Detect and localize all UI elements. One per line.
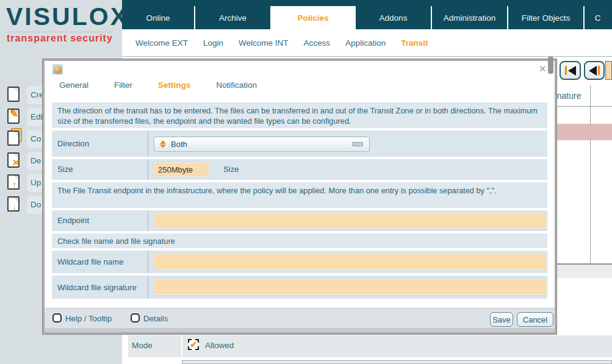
subtab-login[interactable]: Login <box>203 38 223 48</box>
subtab-application[interactable]: Application <box>345 38 386 48</box>
fingerprint-icon <box>54 66 62 73</box>
tab-partial[interactable]: C <box>585 6 611 29</box>
brand-tagline: transparent security <box>7 33 113 44</box>
size-suffix-label: Size <box>223 165 239 174</box>
row-divider <box>148 159 148 180</box>
primary-nav: Online Archive Policies Addons Administr… <box>122 0 612 29</box>
wildcard-signature-label: Wildcard file signature <box>57 283 137 292</box>
subtab-welcome-int[interactable]: Welcome INT <box>239 38 289 48</box>
sidebar-item-label: Cre <box>31 90 44 99</box>
row-divider <box>148 210 148 231</box>
tab-policies[interactable]: Policies <box>272 6 355 29</box>
direction-label: Direction <box>57 139 89 148</box>
diamond-up-icon <box>160 140 166 144</box>
upload-arrow-icon: ↑ <box>12 180 17 189</box>
cancel-button[interactable]: Cancel <box>517 312 553 327</box>
tab-online[interactable]: Online <box>122 6 194 29</box>
sidebar-item-label: Edi <box>31 112 43 121</box>
delete-x-icon: ✕ <box>12 158 20 167</box>
dropdown-handle-icon[interactable] <box>352 142 363 146</box>
sidebar-item-label: Do <box>31 200 41 209</box>
tab-administration-label: Administration <box>444 13 496 23</box>
previous-page-icon <box>589 66 597 76</box>
sidebar-item-label: De <box>31 156 41 165</box>
sort-diamond-icon <box>160 140 166 148</box>
tab-archive[interactable]: Archive <box>195 6 270 29</box>
tab-filter-objects[interactable]: Filter Objects <box>508 6 583 29</box>
table-header-signature: gnature <box>552 91 581 101</box>
new-document-icon <box>7 87 20 102</box>
dialog-tab-notification[interactable]: Notification <box>216 80 257 90</box>
first-page-icon <box>568 66 576 76</box>
copy-document-icon <box>7 130 20 146</box>
download-arrow-icon: ↓ <box>12 202 17 211</box>
direction-row: Direction Both <box>52 130 547 157</box>
wildcard-name-input[interactable] <box>154 254 547 270</box>
tab-archive-label: Archive <box>219 13 247 23</box>
size-input[interactable] <box>154 162 209 177</box>
help-tooltip-checkbox[interactable] <box>52 313 62 323</box>
subtab-transit[interactable]: Transit <box>401 38 428 48</box>
first-page-icon <box>565 66 567 75</box>
dialog-tabs: General Filter Settings Notification <box>59 80 257 90</box>
row-divider <box>148 130 148 157</box>
wildcard-name-row: Wildcard file name <box>52 251 547 273</box>
transit-policy-dialog: ✕ General Filter Settings Notification T… <box>43 59 556 334</box>
endpoint-intro-text: The File Transit endpoint in the infrast… <box>52 182 547 208</box>
mode-label: Mode <box>132 341 153 350</box>
endpoint-input[interactable] <box>154 213 547 229</box>
screen: VISULOX transparent security Online Arch… <box>0 0 612 364</box>
direction-intro-paragraph: The direction of the transit has to be e… <box>52 102 547 129</box>
first-page-button[interactable] <box>560 61 581 80</box>
tab-administration[interactable]: Administration <box>432 6 507 29</box>
table-column-border <box>590 85 591 263</box>
diamond-down-icon <box>160 145 166 148</box>
sidebar-item-label: Co <box>31 134 41 143</box>
row-divider <box>148 276 148 299</box>
tab-policies-label: Policies <box>297 13 328 23</box>
tab-addons-label: Addons <box>380 13 408 23</box>
page-number-field-partial[interactable] <box>605 61 612 80</box>
endpoint-label: Endpoint <box>57 216 89 225</box>
dialog-tab-general[interactable]: General <box>59 80 88 90</box>
row-divider <box>148 251 148 273</box>
previous-page-button[interactable] <box>584 61 605 80</box>
sidebar-item-label: Up <box>31 178 41 187</box>
wildcard-signature-input[interactable] <box>154 279 547 295</box>
endpoint-row: Endpoint <box>52 210 547 231</box>
wildcard-signature-row: Wildcard file signature <box>52 276 547 299</box>
check-heading-row: Check file name and file signature <box>52 234 547 248</box>
mode-checkbox[interactable]: ✔ <box>188 339 199 350</box>
scrollbar-thumb[interactable] <box>548 57 553 74</box>
size-row: Size Size <box>52 159 547 180</box>
direction-intro-text: The direction of the transit has to be e… <box>52 102 547 128</box>
save-button[interactable]: Save <box>490 312 513 327</box>
size-label: Size <box>57 165 73 174</box>
direction-dropdown[interactable]: Both <box>154 137 370 152</box>
endpoint-intro-paragraph: The File Transit endpoint in the infrast… <box>52 182 547 199</box>
tab-filter-objects-label: Filter Objects <box>522 13 571 23</box>
subtab-welcome-ext[interactable]: Welcome EXT <box>135 38 188 48</box>
pencil-icon: ✎ <box>10 109 18 118</box>
mode-row <box>128 335 612 357</box>
check-heading-text: Check file name and file signature <box>52 234 547 249</box>
tab-online-label: Online <box>146 13 170 23</box>
help-tooltip-label: Help / Tooltip <box>65 314 112 323</box>
mode-value: Allowed <box>205 341 234 350</box>
previous-page-icon <box>598 66 600 75</box>
details-label: Details <box>143 314 168 323</box>
details-checkbox[interactable] <box>131 313 140 323</box>
secondary-nav: Welcome EXT Login Welcome INT Access App… <box>122 29 612 57</box>
tab-partial-label: C <box>595 13 601 23</box>
close-icon[interactable]: ✕ <box>539 63 547 74</box>
dialog-footer: Help / Tooltip Details Save Cancel <box>45 308 555 329</box>
dialog-tab-settings[interactable]: Settings <box>158 80 190 90</box>
wildcard-name-label: Wildcard file name <box>57 257 123 266</box>
mode-row-divider <box>181 335 182 357</box>
dialog-bottom-strip <box>45 328 555 332</box>
dialog-tab-filter[interactable]: Filter <box>114 80 132 90</box>
tab-addons[interactable]: Addons <box>356 6 431 29</box>
direction-selected-value: Both <box>171 140 187 149</box>
subtab-access[interactable]: Access <box>304 38 331 48</box>
dialog-titlebar-icon <box>52 64 63 74</box>
